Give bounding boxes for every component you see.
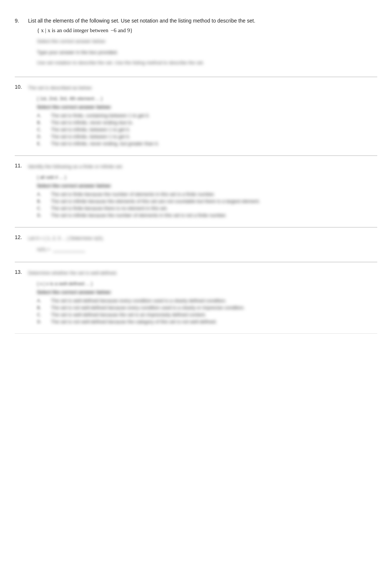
q13-text: Determine whether the set is well-define… [28,269,377,277]
q13-number: 13. [15,269,28,275]
q9-blurred-row3: Use set notation to describe the set. Us… [37,59,377,67]
q11-opt-a-letter: A. [37,191,48,197]
q10-header: 10. The set is described as below: [15,84,377,92]
q10-opt-a-text: The set is finite, containing between 1 … [51,113,377,118]
q10-number: 10. [15,84,28,90]
q10-opt-c-letter: C. [37,127,48,132]
q11-opt-c-letter: C. [37,205,48,211]
q13-opt-a-text: The set is well-defined because every co… [51,298,377,303]
q11-number: 11. [15,163,28,169]
q10-options: A. The set is finite, containing between… [37,113,377,146]
q11-set: { all odd # ... } [37,174,377,180]
q13-opt-c-text: The set is well-defined because the set … [51,312,377,317]
q9-number: 9. [15,18,28,24]
q11-opt-b-letter: B. [37,198,48,204]
q10-select-label-text: Select the correct answer below: [37,104,377,110]
q13-opt-a-letter: A. [37,298,48,303]
q11-select-label: Select the correct answer below: [37,183,377,188]
q9-text: List all the elements of the following s… [28,18,377,24]
q11-option-a: A. The set is finite because the number … [37,191,377,197]
question-10: 10. The set is described as below: { 1st… [15,77,377,156]
q10-opt-b-letter: B. [37,120,48,125]
question-13: 13. Determine whether the set is well-de… [15,262,377,334]
q13-set-text: { x | x is a well-defined ... } [37,281,93,286]
q13-set: { x | x is a well-defined ... } [37,281,377,286]
q10-select-label: Select the correct answer below: [37,104,377,110]
q13-opt-b-text: The set is not well-defined because ever… [51,305,377,310]
q10-opt-d-text: The set is infinite, between 1 to get it… [51,134,377,139]
q11-option-d: D. The set is infinite because the numbe… [37,212,377,218]
q10-option-e: E. The set is infinite, never ending, bu… [37,141,377,146]
q10-option-d: D. The set is infinite, between 1 to get… [37,134,377,139]
q12-header: 12. Let A = { 1, 2, 3 ... } Determine n(… [15,234,377,242]
q9-blurred-1: Select the correct answer below: Type yo… [37,37,377,67]
q10-opt-d-letter: D. [37,134,48,139]
q11-header: 11. Identify the following as a finite o… [15,163,377,171]
q12-answer-row: n(A) = ____________ [37,246,377,252]
q13-option-c: C. The set is well-defined because the s… [37,312,377,317]
q10-set-text: { 1st, 2nd, 3rd, 4th element ... } [37,96,103,101]
q13-option-a: A. The set is well-defined because every… [37,298,377,303]
q11-set-text: { all odd # ... } [37,174,66,180]
q9-blurred-row2: Type your answer in the box provided. [37,48,377,57]
q9-set-display: { x | x is an odd integer between −6 and… [37,27,377,34]
q10-option-a: A. The set is finite, containing between… [37,113,377,118]
q12-answer-value: ____________ [53,246,85,252]
q13-opt-d-text: The set is not well-defined because the … [51,319,377,324]
q9-set-range: −6 and 9} [110,27,133,34]
q10-opt-e-text: The set is infinite, never ending, but g… [51,141,377,146]
question-12: 12. Let A = { 1, 2, 3 ... } Determine n(… [15,228,377,262]
q10-opt-c-text: The set is infinite, between 1 to get it… [51,127,377,132]
q10-opt-e-letter: E. [37,141,48,146]
q10-opt-a-letter: A. [37,113,48,118]
q11-text: Identify the following as a finite or in… [28,163,377,171]
q10-option-b: B. The set is infinite, never ending due… [37,120,377,125]
question-9: 9. List all the elements of the followin… [15,11,377,77]
q10-option-c: C. The set is infinite, between 1 to get… [37,127,377,132]
q11-options: A. The set is finite because the number … [37,191,377,218]
q13-header: 13. Determine whether the set is well-de… [15,269,377,277]
q12-text: Let A = { 1, 2, 3 ... } Determine n(A). [28,234,377,242]
q13-options: A. The set is well-defined because every… [37,298,377,324]
q13-option-b: B. The set is not well-defined because e… [37,305,377,310]
q12-number: 12. [15,234,28,240]
q13-opt-c-letter: C. [37,312,48,317]
q10-text: The set is described as below: [28,84,377,92]
q12-answer-label: n(A) = [37,246,50,252]
q9-blurred-row1: Select the correct answer below: [37,37,377,45]
q11-option-c: C. The set is finite because there is no… [37,205,377,211]
q11-opt-d-letter: D. [37,212,48,218]
q11-opt-a-text: The set is finite because the number of … [51,191,377,197]
q10-set: { 1st, 2nd, 3rd, 4th element ... } [37,96,377,101]
q13-opt-d-letter: D. [37,319,48,324]
q13-select-label: Select the correct answer below: [37,289,377,295]
q11-opt-b-text: The set is infinite because the elements… [51,198,377,204]
q9-set-left: { x | x is an odd integer between [37,27,108,34]
q11-option-b: B. The set is infinite because the eleme… [37,198,377,204]
q10-opt-b-text: The set is infinite, never ending due to… [51,120,377,125]
q13-opt-b-letter: B. [37,305,48,310]
q11-select-label-text: Select the correct answer below: [37,183,377,188]
q13-option-d: D. The set is not well-defined because t… [37,319,377,324]
q9-header: 9. List all the elements of the followin… [15,18,377,24]
q11-opt-c-text: The set is finite because there is no el… [51,205,377,211]
q11-opt-d-text: The set is infinite because the number o… [51,212,377,218]
q13-select-label-text: Select the correct answer below: [37,289,377,295]
question-11: 11. Identify the following as a finite o… [15,156,377,227]
